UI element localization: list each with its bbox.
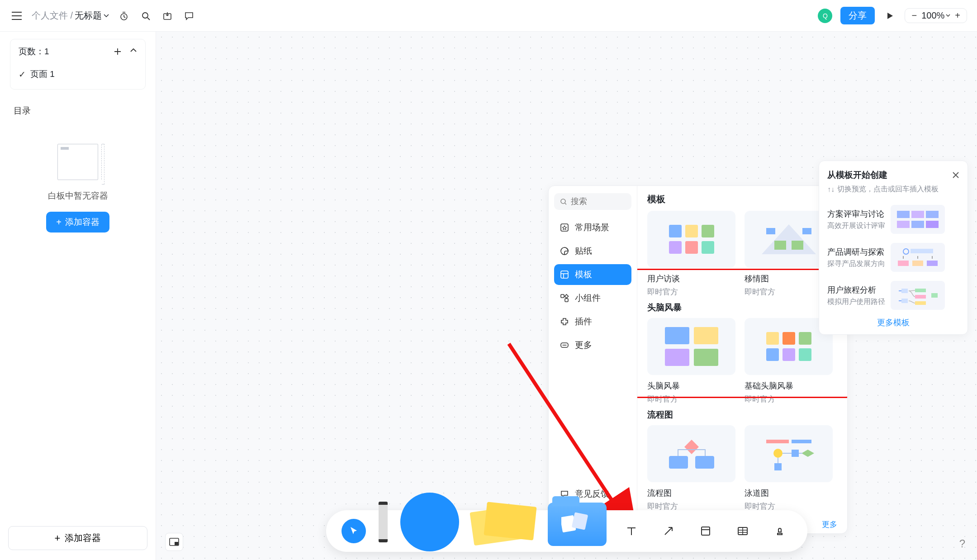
sidebar-item-more[interactable]: 更多 — [554, 335, 631, 356]
svg-rect-45 — [912, 261, 923, 266]
comment-icon[interactable] — [182, 9, 196, 23]
collapse-icon[interactable] — [130, 47, 137, 56]
svg-point-12 — [565, 345, 566, 346]
add-page-icon[interactable] — [114, 47, 122, 56]
svg-rect-24 — [792, 440, 811, 443]
frame-tool-icon[interactable] — [693, 519, 718, 543]
sidebar-item-templates[interactable]: 模板 — [554, 264, 631, 285]
suggestion-item[interactable]: 用户旅程分析 模拟用户使用路径 — [827, 276, 959, 314]
help-icon[interactable]: ? — [959, 537, 965, 550]
page-count-label: 页数：1 — [19, 46, 49, 57]
svg-point-11 — [564, 345, 565, 346]
empty-message: 白板中暂无容器 — [48, 190, 108, 202]
more-link[interactable]: 更多 — [822, 519, 837, 530]
svg-rect-20 — [669, 456, 688, 469]
zoom-out-icon[interactable]: − — [911, 10, 917, 21]
page-name: 页面 1 — [30, 68, 55, 80]
arrow-tool-icon[interactable] — [656, 519, 681, 543]
svg-rect-40 — [911, 221, 924, 228]
updown-icon: ↑↓ — [827, 185, 835, 194]
right-panel-tip: ↑↓ 切换预览，点击或回车插入模板 — [827, 185, 959, 194]
search-input[interactable] — [571, 197, 626, 206]
import-icon[interactable] — [161, 9, 174, 23]
table-tool-icon[interactable] — [730, 519, 755, 543]
svg-rect-17 — [792, 241, 803, 250]
section-flow: 流程图 流程图 即时官方 泳道图 即时官方 — [647, 409, 837, 512]
pen-tool[interactable] — [379, 502, 388, 542]
svg-rect-47 — [915, 289, 926, 292]
svg-rect-28 — [774, 463, 782, 470]
svg-rect-8 — [565, 299, 568, 302]
sidebar-item-stickers[interactable]: 贴纸 — [554, 241, 631, 261]
right-suggestions-panel: 从模板开始创建 ↑↓ 切换预览，点击或回车插入模板 方案评审与讨论 高效开展设计… — [819, 161, 968, 335]
shape-tool[interactable] — [400, 493, 459, 551]
svg-rect-46 — [927, 261, 938, 266]
svg-point-10 — [563, 345, 564, 346]
templates-tool[interactable] — [548, 503, 607, 546]
footer-add-container-button[interactable]: 添加容器 — [8, 526, 147, 550]
search-icon — [560, 198, 566, 206]
template-header-title: 模板 — [647, 193, 665, 205]
svg-point-3 — [561, 199, 565, 204]
sidebar-item-plugins[interactable]: 插件 — [554, 311, 631, 332]
sticker-icon — [560, 246, 569, 256]
suggestion-thumb — [891, 281, 945, 310]
svg-rect-6 — [561, 271, 568, 278]
text-tool-icon[interactable] — [619, 519, 644, 543]
suggestion-thumb — [891, 243, 945, 272]
svg-rect-35 — [175, 542, 178, 545]
doc-title[interactable]: 无标题 — [75, 9, 109, 22]
svg-rect-38 — [926, 211, 939, 218]
template-card-flowchart[interactable]: 流程图 即时官方 — [647, 425, 735, 512]
timer-icon[interactable] — [117, 9, 131, 23]
play-icon[interactable] — [883, 9, 896, 23]
svg-rect-41 — [926, 221, 939, 228]
section-brainstorm: 头脑风暴 头脑风暴 即时官方 基础头脑风暴 即时官方 — [647, 302, 837, 404]
svg-marker-22 — [684, 440, 699, 454]
page-row[interactable]: 页面 1 — [19, 68, 137, 80]
suggestion-item[interactable]: 产品调研与探索 探寻产品发展方向 — [827, 238, 959, 276]
svg-rect-32 — [702, 527, 710, 535]
more-templates-link[interactable]: 更多模板 — [827, 317, 959, 328]
template-icon — [560, 270, 569, 280]
plugin-icon — [560, 317, 569, 327]
left-sidebar: 页数：1 页面 1 目录 白板中暂无容器 添加容器 添加容器 — [0, 32, 156, 560]
template-card-brainstorm[interactable]: 头脑风暴 即时官方 — [647, 318, 735, 404]
svg-rect-4 — [561, 224, 568, 231]
svg-point-42 — [903, 249, 909, 254]
close-icon[interactable] — [952, 171, 959, 179]
zoom-in-icon[interactable]: + — [955, 10, 960, 21]
template-search[interactable] — [554, 193, 631, 210]
right-panel-title: 从模板开始创建 — [827, 169, 887, 181]
suggestion-item[interactable]: 方案评审与讨论 高效开展设计评审 — [827, 200, 959, 238]
svg-rect-16 — [774, 241, 786, 250]
sticky-note-tool[interactable] — [472, 502, 535, 547]
svg-rect-19 — [802, 228, 811, 234]
breadcrumb: 个人文件 / 无标题 — [32, 9, 109, 22]
minimap-toggle[interactable] — [165, 533, 183, 551]
svg-rect-44 — [898, 261, 909, 266]
template-main: 模板 用户访谈 即时官方 移情图 — [637, 186, 847, 533]
stamp-tool-icon[interactable] — [768, 519, 792, 543]
dock — [326, 510, 807, 552]
directory-label: 目录 — [14, 105, 142, 117]
search-icon[interactable] — [139, 9, 152, 23]
breadcrumb-prefix: 个人文件 / — [32, 9, 73, 22]
svg-rect-21 — [695, 456, 714, 469]
avatar[interactable]: Q — [818, 9, 832, 23]
sidebar-item-scenes[interactable]: 常用场景 — [554, 217, 631, 238]
svg-rect-18 — [766, 228, 775, 234]
template-card[interactable]: 用户访谈 即时官方 — [647, 211, 735, 297]
zoom-level[interactable]: 100% — [921, 10, 950, 21]
add-container-button[interactable]: 添加容器 — [46, 212, 109, 233]
zoom-control[interactable]: − 100% + — [905, 8, 967, 23]
widget-icon — [560, 293, 569, 303]
sidebar-item-widgets[interactable]: 小组件 — [554, 288, 631, 308]
template-card-swimlane[interactable]: 泳道图 即时官方 — [745, 425, 833, 512]
svg-rect-43 — [911, 249, 933, 253]
svg-rect-23 — [766, 440, 789, 443]
share-button[interactable]: 分享 — [840, 7, 875, 24]
cursor-tool[interactable] — [341, 519, 366, 543]
menu-icon[interactable] — [10, 9, 24, 23]
svg-rect-36 — [897, 211, 910, 218]
